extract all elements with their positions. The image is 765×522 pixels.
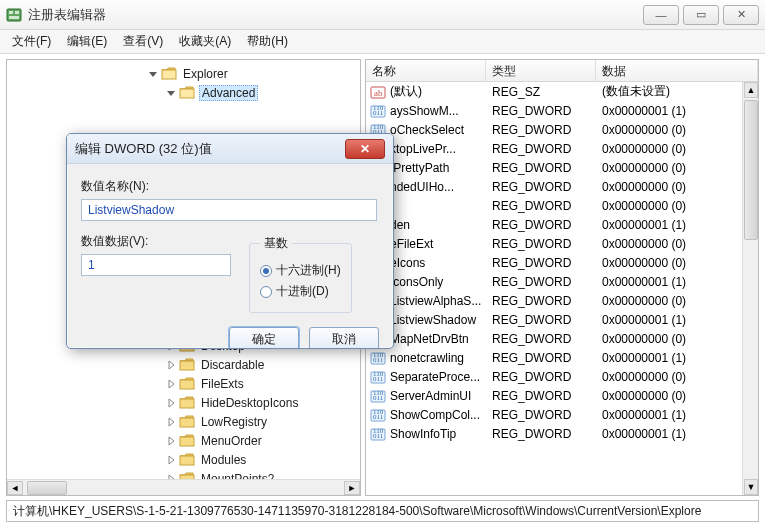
- value-name: ListviewAlphaS...: [390, 294, 481, 308]
- value-type: REG_DWORD: [486, 142, 596, 156]
- expander-closed-icon[interactable]: [165, 416, 177, 428]
- dialog-close-button[interactable]: ✕: [345, 139, 385, 159]
- scroll-thumb[interactable]: [27, 481, 67, 495]
- scroll-down-icon[interactable]: ▼: [744, 479, 758, 495]
- value-name: ServerAdminUI: [390, 389, 471, 403]
- list-row[interactable]: 011110nonetcrawlingREG_DWORD0x00000001 (…: [366, 348, 758, 367]
- tree-node-explorer[interactable]: Explorer: [7, 64, 360, 83]
- scroll-up-icon[interactable]: ▲: [744, 82, 758, 98]
- svg-rect-13: [180, 437, 194, 446]
- radio-icon: [260, 286, 272, 298]
- tree-node[interactable]: Modules: [7, 450, 360, 469]
- menu-favorites[interactable]: 收藏夹(A): [171, 31, 239, 52]
- list-row[interactable]: 011110REG_DWORD0x00000000 (0): [366, 196, 758, 215]
- svg-text:110: 110: [373, 427, 384, 435]
- value-data: 0x00000000 (0): [596, 237, 758, 251]
- value-data: 0x00000000 (0): [596, 180, 758, 194]
- expander-closed-icon[interactable]: [165, 397, 177, 409]
- expander-closed-icon[interactable]: [165, 359, 177, 371]
- svg-rect-12: [180, 418, 194, 427]
- list-row[interactable]: 011110ndedUIHo...REG_DWORD0x00000000 (0): [366, 177, 758, 196]
- app-icon: [6, 7, 22, 23]
- svg-rect-9: [180, 361, 194, 370]
- svg-rect-11: [180, 399, 194, 408]
- folder-icon: [179, 453, 195, 466]
- expander-closed-icon[interactable]: [165, 378, 177, 390]
- menu-file[interactable]: 文件(F): [4, 31, 59, 52]
- list-row[interactable]: 011110ListviewAlphaS...REG_DWORD0x000000…: [366, 291, 758, 310]
- dialog-title: 编辑 DWORD (32 位)值: [75, 140, 345, 158]
- tree-node[interactable]: MenuOrder: [7, 431, 360, 450]
- list-row[interactable]: 011110denREG_DWORD0x00000001 (1): [366, 215, 758, 234]
- radio-dec[interactable]: 十进制(D): [260, 283, 341, 300]
- list-row[interactable]: 011110oCheckSelectREG_DWORD0x00000000 (0…: [366, 120, 758, 139]
- list-row[interactable]: ab(默认)REG_SZ(数值未设置): [366, 82, 758, 101]
- expander-closed-icon[interactable]: [165, 454, 177, 466]
- column-type[interactable]: 类型: [486, 60, 596, 81]
- value-name-input[interactable]: [81, 199, 377, 221]
- close-button[interactable]: ✕: [723, 5, 759, 25]
- list-row[interactable]: 011110eFileExtREG_DWORD0x00000000 (0): [366, 234, 758, 253]
- list-row[interactable]: 011110ShowCompCol...REG_DWORD0x00000001 …: [366, 405, 758, 424]
- list-row[interactable]: 011110ServerAdminUIREG_DWORD0x00000000 (…: [366, 386, 758, 405]
- value-name: IconsOnly: [390, 275, 443, 289]
- value-name: ListviewShadow: [390, 313, 476, 327]
- tree-label: LowRegistry: [199, 415, 269, 429]
- value-data-input[interactable]: [81, 254, 231, 276]
- list-row[interactable]: 011110SeparateProce...REG_DWORD0x0000000…: [366, 367, 758, 386]
- svg-text:110: 110: [373, 351, 384, 359]
- list-row[interactable]: 011110tPrettyPathREG_DWORD0x00000000 (0): [366, 158, 758, 177]
- menu-view[interactable]: 查看(V): [115, 31, 171, 52]
- minimize-button[interactable]: —: [643, 5, 679, 25]
- tree-node[interactable]: Discardable: [7, 355, 360, 374]
- tree-node-advanced[interactable]: Advanced: [7, 83, 360, 102]
- svg-rect-5: [180, 89, 194, 98]
- status-bar: 计算机\HKEY_USERS\S-1-5-21-1309776530-14711…: [6, 500, 759, 522]
- value-data: 0x00000000 (0): [596, 199, 758, 213]
- status-path: 计算机\HKEY_USERS\S-1-5-21-1309776530-14711…: [13, 504, 701, 518]
- list-row[interactable]: 011110IconsOnlyREG_DWORD0x00000001 (1): [366, 272, 758, 291]
- list-row[interactable]: 011110ktopLivePr...REG_DWORD0x00000000 (…: [366, 139, 758, 158]
- radio-hex[interactable]: 十六进制(H): [260, 262, 341, 279]
- list-row[interactable]: 011110ShowInfoTipREG_DWORD0x00000001 (1): [366, 424, 758, 443]
- scroll-right-icon[interactable]: ►: [344, 481, 360, 495]
- list-row[interactable]: 011110MapNetDrvBtnREG_DWORD0x00000000 (0…: [366, 329, 758, 348]
- expander-open-icon[interactable]: [147, 68, 159, 80]
- folder-open-icon: [179, 86, 195, 99]
- tree-node[interactable]: LowRegistry: [7, 412, 360, 431]
- dword-value-icon: 011110: [370, 426, 386, 442]
- list-row[interactable]: 011110aysShowM...REG_DWORD0x00000001 (1): [366, 101, 758, 120]
- value-data: 0x00000000 (0): [596, 161, 758, 175]
- value-name: tPrettyPath: [390, 161, 449, 175]
- column-name[interactable]: 名称: [366, 60, 486, 81]
- tree-label: Modules: [199, 453, 248, 467]
- value-data: 0x00000001 (1): [596, 104, 758, 118]
- list-vertical-scrollbar[interactable]: ▲ ▼: [742, 82, 758, 495]
- menu-help[interactable]: 帮助(H): [239, 31, 296, 52]
- value-type: REG_DWORD: [486, 389, 596, 403]
- menu-bar: 文件(F) 编辑(E) 查看(V) 收藏夹(A) 帮助(H): [0, 30, 765, 54]
- value-type: REG_DWORD: [486, 332, 596, 346]
- expander-open-icon[interactable]: [165, 87, 177, 99]
- tree-horizontal-scrollbar[interactable]: ◄ ►: [7, 479, 360, 495]
- scroll-left-icon[interactable]: ◄: [7, 481, 23, 495]
- radio-icon: [260, 265, 272, 277]
- expander-closed-icon[interactable]: [165, 435, 177, 447]
- string-value-icon: ab: [370, 84, 386, 100]
- tree-node[interactable]: FileExts: [7, 374, 360, 393]
- column-data[interactable]: 数据: [596, 60, 758, 81]
- list-row[interactable]: 011110eIconsREG_DWORD0x00000000 (0): [366, 253, 758, 272]
- value-name: ndedUIHo...: [390, 180, 454, 194]
- value-data: 0x00000001 (1): [596, 427, 758, 441]
- list-row[interactable]: 011110ListviewShadowREG_DWORD0x00000001 …: [366, 310, 758, 329]
- ok-button[interactable]: 确定: [229, 327, 299, 349]
- dialog-titlebar: 编辑 DWORD (32 位)值 ✕: [67, 134, 393, 164]
- value-type: REG_DWORD: [486, 427, 596, 441]
- menu-edit[interactable]: 编辑(E): [59, 31, 115, 52]
- value-type: REG_DWORD: [486, 218, 596, 232]
- maximize-button[interactable]: ▭: [683, 5, 719, 25]
- tree-node[interactable]: HideDesktopIcons: [7, 393, 360, 412]
- scroll-thumb[interactable]: [744, 100, 758, 240]
- cancel-button[interactable]: 取消: [309, 327, 379, 349]
- svg-rect-4: [162, 70, 176, 79]
